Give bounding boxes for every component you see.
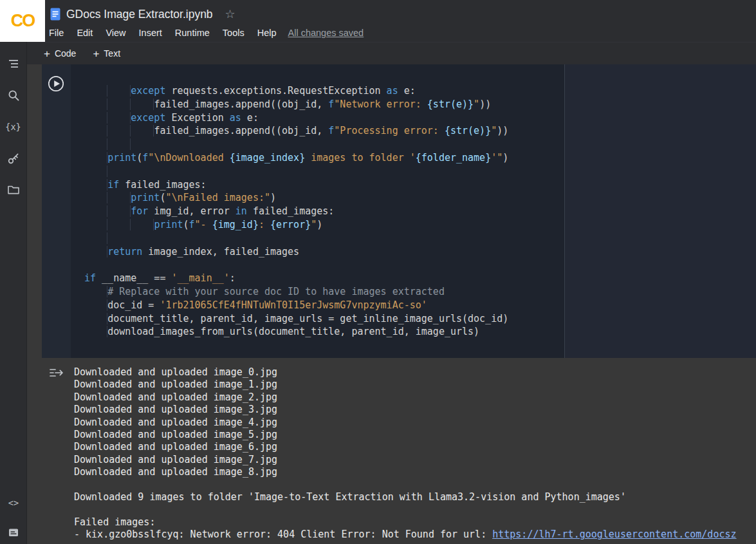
sidebar-terminal-button[interactable]: [6, 525, 21, 540]
menu-item-help[interactable]: Help: [251, 26, 283, 39]
menu-item-view[interactable]: View: [99, 26, 132, 39]
add-text-label: Text: [104, 48, 120, 59]
output-failed-line: - kix.gzo0bsslfcyq: Network error: 404 C…: [74, 529, 756, 541]
colab-logo-text: CO: [11, 11, 35, 31]
sidebar-toc-button[interactable]: [6, 56, 21, 71]
code-line: except requests.exceptions.RequestExcept…: [84, 84, 564, 98]
code-line: except Exception as e:: [84, 111, 564, 125]
changes-saved-link[interactable]: All changes saved: [288, 28, 364, 38]
output-text: Downloaded and uploaded image_0.jpgDownl…: [74, 366, 756, 544]
cell-toolbar: + Code + Text: [27, 42, 756, 64]
code-line: # Replace with your source doc ID to hav…: [84, 285, 564, 299]
add-code-label: Code: [55, 48, 76, 59]
code-line: for img_id, error in failed_images:: [84, 205, 564, 218]
menu-item-file[interactable]: File: [42, 26, 70, 39]
code-line: print("\nFailed images:"): [84, 191, 564, 205]
output-blank-line: [74, 479, 756, 491]
sidebar-search-button[interactable]: [6, 88, 21, 103]
menu-item-tools[interactable]: Tools: [216, 26, 251, 39]
left-sidebar: {x} <>: [0, 42, 27, 544]
output-line: Downloaded and uploaded image_1.jpg: [74, 379, 756, 391]
play-icon: [48, 75, 64, 92]
code-line: [84, 258, 564, 272]
sidebar-variables-button[interactable]: {x}: [6, 119, 21, 135]
table-of-contents-icon: [7, 57, 20, 70]
notebook-title[interactable]: GDocs Image Extractor.ipynb: [66, 8, 213, 21]
colab-logo[interactable]: CO: [0, 0, 45, 42]
add-text-button[interactable]: + Text: [93, 48, 120, 59]
menu-item-insert[interactable]: Insert: [133, 26, 169, 39]
search-icon: [7, 89, 20, 102]
output-summary-line: Downloaded 9 images to folder 'Image-to-…: [74, 491, 756, 503]
variables-icon: {x}: [5, 122, 21, 132]
add-code-button[interactable]: + Code: [44, 48, 76, 59]
output-line: Downloaded and uploaded image_3.jpg: [74, 404, 756, 416]
plus-icon: +: [93, 48, 99, 59]
code-line: print(f"- {img_id}: {error}"): [84, 218, 564, 232]
code-line: [84, 138, 564, 151]
star-icon[interactable]: ☆: [225, 7, 235, 21]
code-lines: except requests.exceptions.RequestExcept…: [84, 84, 564, 339]
code-cell: except requests.exceptions.RequestExcept…: [42, 64, 756, 358]
code-line: failed_images.append((obj_id, f"Processi…: [84, 124, 564, 138]
sidebar-secrets-button[interactable]: [6, 151, 21, 166]
gdocs-file-icon: [50, 8, 60, 21]
output-line: Downloaded and uploaded image_2.jpg: [74, 391, 756, 404]
code-snippets-icon: <>: [8, 498, 19, 508]
menu-item-edit[interactable]: Edit: [70, 26, 99, 39]
code-line: if __name__ == '__main__':: [84, 272, 564, 285]
code-line: doc_id = '1rb21065CfE4fHNTuWnT0I15erJwsm…: [84, 299, 564, 312]
code-line: document_title, parent_id, image_urls = …: [84, 312, 564, 326]
code-line: [84, 232, 564, 245]
output-line: Downloaded and uploaded image_4.jpg: [74, 417, 756, 429]
code-line: failed_images.append((obj_id, f"Network …: [84, 98, 564, 111]
error-url-link[interactable]: https://lh7-rt.googleusercontent.com/doc…: [492, 529, 736, 540]
cell-output-icon[interactable]: [49, 367, 64, 381]
output-blank-line: [74, 503, 756, 516]
cell-right-panel: [565, 64, 756, 358]
app-header: CO GDocs Image Extractor.ipynb ☆ File Ed…: [0, 0, 756, 42]
sidebar-files-button[interactable]: [6, 182, 21, 198]
code-line: [84, 165, 564, 178]
output-line: Downloaded and uploaded image_7.jpg: [74, 454, 756, 466]
notebook-title-row: GDocs Image Extractor.ipynb ☆: [50, 6, 235, 23]
plus-icon: +: [44, 48, 50, 59]
run-cell-button[interactable]: [48, 75, 64, 92]
sidebar-snippets-button[interactable]: <>: [6, 495, 21, 511]
cell-gutter: [42, 64, 71, 358]
menu-bar: File Edit View Insert Runtime Tools Help…: [42, 26, 364, 40]
output-failed-header: Failed images:: [74, 516, 756, 529]
output-upload-lines: Downloaded and uploaded image_0.jpgDownl…: [74, 366, 756, 479]
failed-line-text: - kix.gzo0bsslfcyq: Network error: 404 C…: [74, 529, 492, 540]
code-editor[interactable]: except requests.exceptions.RequestExcept…: [71, 64, 564, 358]
terminal-icon: [7, 526, 20, 539]
menu-item-runtime[interactable]: Runtime: [169, 26, 216, 39]
code-line: if failed_images:: [84, 178, 564, 192]
code-line: return image_index, failed_images: [84, 245, 564, 259]
output-line: Downloaded and uploaded image_5.jpg: [74, 429, 756, 441]
output-line: Downloaded and uploaded image_8.jpg: [74, 466, 756, 478]
output-line: Downloaded and uploaded image_0.jpg: [74, 366, 756, 379]
output-line: Downloaded and uploaded image_6.jpg: [74, 441, 756, 453]
code-line: print(f"\nDownloaded {image_index} image…: [84, 151, 564, 165]
folder-icon: [6, 183, 21, 197]
key-icon: [6, 151, 21, 165]
cell-output-area: Downloaded and uploaded image_0.jpgDownl…: [27, 358, 756, 544]
code-line: download_images_from_urls(document_title…: [84, 325, 564, 339]
